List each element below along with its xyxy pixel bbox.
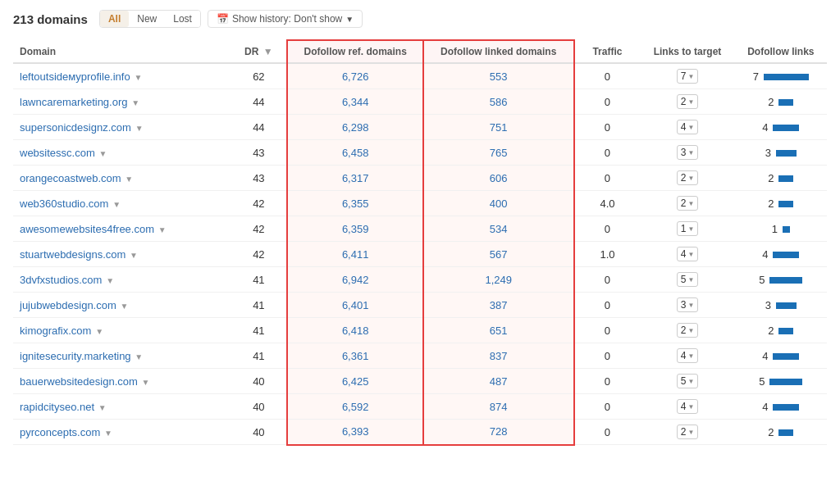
links-target-cell: 4 ▼: [640, 394, 734, 420]
links-target-dropdown[interactable]: 4 ▼: [677, 247, 699, 261]
links-target-dropdown[interactable]: 7 ▼: [677, 69, 699, 84]
dr-cell: 41: [231, 318, 287, 343]
domain-link[interactable]: web360studio.com: [20, 198, 108, 210]
dofollow-ref-link[interactable]: 6,418: [342, 325, 369, 337]
links-target-cell: 5 ▼: [640, 369, 734, 394]
domain-cell: 3dvfxstudios.com ▼: [13, 267, 231, 293]
traffic-cell: 0: [574, 293, 641, 318]
filter-new-button[interactable]: New: [129, 11, 165, 27]
links-target-dropdown[interactable]: 4 ▼: [677, 348, 699, 363]
dofollow-ref-link[interactable]: 6,298: [342, 121, 369, 134]
dofollow-ref-link[interactable]: 6,458: [342, 147, 369, 159]
links-target-dropdown[interactable]: 5 ▼: [677, 374, 699, 388]
dropdown-arrow-icon: ▼: [687, 327, 694, 334]
dofollow-linked-link[interactable]: 534: [490, 223, 508, 235]
calendar-icon: 📅: [217, 13, 229, 25]
dofollow-linked-link[interactable]: 400: [490, 198, 508, 210]
domain-link[interactable]: rapidcityseo.net: [20, 401, 94, 413]
dofollow-ref-link[interactable]: 6,942: [342, 274, 369, 286]
dofollow-linked-link[interactable]: 874: [490, 401, 508, 413]
dofollow-links-value: 4: [762, 401, 768, 413]
domain-link[interactable]: websitessc.com: [20, 147, 95, 159]
links-target-dropdown[interactable]: 2 ▼: [677, 196, 699, 211]
links-target-dropdown[interactable]: 2 ▼: [677, 425, 699, 439]
domain-dropdown-arrow[interactable]: ▼: [96, 403, 107, 412]
dofollow-linked-link[interactable]: 1,249: [485, 274, 512, 286]
domain-link[interactable]: 3dvfxstudios.com: [20, 274, 102, 286]
domain-link[interactable]: supersonicdesignz.com: [20, 121, 131, 134]
domain-dropdown-arrow[interactable]: ▼: [97, 149, 107, 158]
dofollow-ref-link[interactable]: 6,359: [342, 223, 369, 235]
dropdown-arrow-icon: ▼: [687, 98, 694, 106]
links-target-dropdown[interactable]: 2 ▼: [677, 170, 699, 185]
dofollow-ref-link[interactable]: 6,592: [342, 401, 369, 413]
domain-dropdown-arrow[interactable]: ▼: [133, 124, 144, 133]
domain-link[interactable]: jujubwebdesign.com: [20, 299, 116, 311]
domain-dropdown-arrow[interactable]: ▼: [93, 327, 103, 336]
domain-dropdown-arrow[interactable]: ▼: [139, 378, 150, 387]
domain-link[interactable]: kimografix.com: [20, 325, 91, 337]
dofollow-ref-link[interactable]: 6,401: [342, 299, 369, 311]
links-target-dropdown[interactable]: 3 ▼: [677, 297, 699, 312]
dofollow-linked-link[interactable]: 765: [490, 147, 508, 159]
dofollow-linked-link[interactable]: 751: [490, 121, 508, 134]
domain-dropdown-arrow[interactable]: ▼: [127, 251, 138, 260]
dofollow-ref-link[interactable]: 6,317: [342, 172, 369, 184]
dofollow-links-value: 2: [768, 325, 774, 337]
domain-dropdown-arrow[interactable]: ▼: [103, 276, 114, 285]
dofollow-links-cell: 3: [735, 293, 827, 318]
domain-dropdown-arrow[interactable]: ▼: [130, 98, 140, 107]
links-target-dropdown[interactable]: 3 ▼: [677, 145, 699, 160]
domain-cell: ignitesecurity.marketing ▼: [13, 343, 231, 369]
domain-link[interactable]: awesomewebsites4free.com: [20, 223, 154, 235]
links-target-dropdown[interactable]: 2 ▼: [677, 323, 699, 338]
dofollow-ref-link[interactable]: 6,361: [342, 350, 369, 362]
dofollow-linked-link[interactable]: 553: [490, 70, 508, 83]
domain-cell: kimografix.com ▼: [13, 318, 231, 343]
dofollow-ref-link[interactable]: 6,344: [342, 96, 369, 108]
dofollow-linked-link[interactable]: 586: [490, 96, 508, 108]
dofollow-linked-link[interactable]: 606: [490, 172, 508, 184]
links-target-dropdown[interactable]: 2 ▼: [677, 94, 699, 109]
domain-dropdown-arrow[interactable]: ▼: [110, 200, 121, 209]
filter-lost-button[interactable]: Lost: [165, 11, 200, 27]
domain-link[interactable]: bauerwebsitedesign.com: [20, 375, 138, 388]
dofollow-linked-link[interactable]: 567: [490, 248, 508, 261]
dofollow-ref-link[interactable]: 6,425: [342, 375, 369, 388]
history-button[interactable]: 📅 Show history: Don't show ▼: [208, 10, 363, 28]
links-target-dropdown[interactable]: 4 ▼: [677, 399, 699, 414]
dofollow-linked-link[interactable]: 837: [490, 350, 508, 362]
domain-dropdown-arrow[interactable]: ▼: [123, 175, 134, 184]
domain-link[interactable]: ignitesecurity.marketing: [20, 350, 131, 362]
traffic-cell: 0: [574, 166, 641, 191]
dofollow-linked-link[interactable]: 387: [490, 299, 508, 311]
domain-dropdown-arrow[interactable]: ▼: [133, 352, 144, 361]
dofollow-ref-link[interactable]: 6,393: [342, 425, 369, 438]
dofollow-ref-link[interactable]: 6,726: [342, 70, 369, 83]
col-header-dr[interactable]: DR ▼: [231, 40, 287, 63]
dofollow-links-cell: 7: [735, 63, 827, 89]
dofollow-linked-cell: 1,249: [423, 267, 574, 293]
domain-link[interactable]: pyrconcepts.com: [20, 426, 100, 438]
dofollow-linked-link[interactable]: 651: [490, 325, 508, 337]
dofollow-linked-link[interactable]: 487: [490, 375, 508, 388]
domain-dropdown-arrow[interactable]: ▼: [118, 302, 129, 311]
domain-link[interactable]: lawncaremarketing.org: [20, 96, 128, 108]
dofollow-linked-link[interactable]: 728: [490, 425, 508, 438]
filter-all-button[interactable]: All: [100, 11, 129, 27]
domain-dropdown-arrow[interactable]: ▼: [102, 429, 112, 438]
domain-link[interactable]: orangecoastweb.com: [20, 172, 121, 184]
domain-dropdown-arrow[interactable]: ▼: [132, 73, 143, 82]
links-target-dropdown[interactable]: 1 ▼: [677, 221, 699, 236]
links-target-dropdown[interactable]: 5 ▼: [677, 272, 699, 287]
dofollow-links-value: 4: [762, 350, 768, 362]
col-header-dofollow-links: Dofollow links: [735, 40, 827, 63]
domain-link[interactable]: stuartwebdesigns.com: [20, 248, 126, 261]
table-body: leftoutsidемyprofile.info ▼626,72655307 …: [13, 63, 827, 445]
links-target-dropdown[interactable]: 4 ▼: [677, 120, 699, 134]
dofollow-ref-link[interactable]: 6,411: [342, 248, 369, 261]
domain-dropdown-arrow[interactable]: ▼: [156, 225, 167, 234]
dropdown-arrow-icon: ▼: [687, 124, 694, 131]
domain-link[interactable]: leftoutsidемyprofile.info: [20, 70, 130, 83]
dofollow-ref-link[interactable]: 6,355: [342, 198, 369, 210]
